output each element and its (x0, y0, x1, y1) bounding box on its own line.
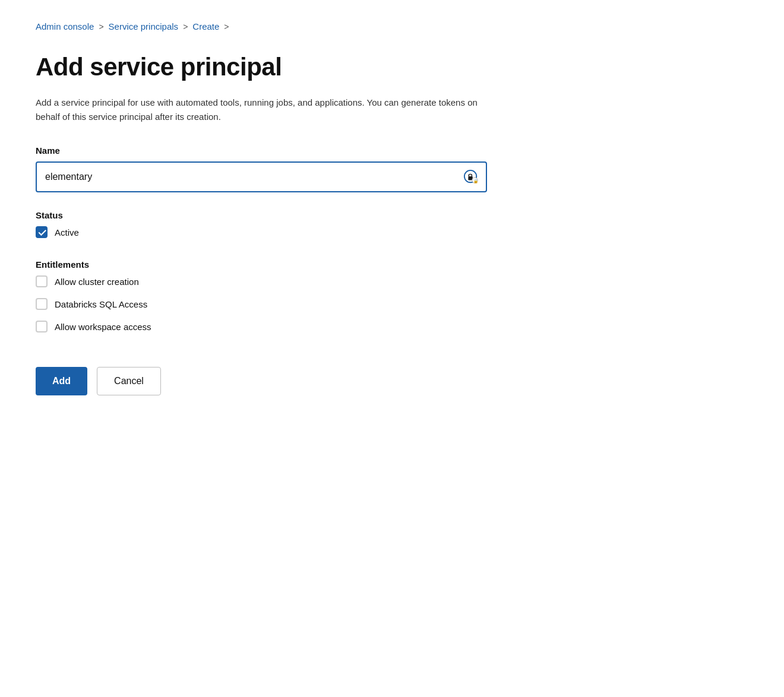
breadcrumb-separator-3: > (224, 22, 229, 31)
cancel-button[interactable]: Cancel (97, 367, 161, 395)
breadcrumb-separator-1: > (99, 22, 103, 31)
status-checkbox[interactable] (36, 226, 48, 238)
breadcrumb-service-principals[interactable]: Service principals (109, 21, 179, 31)
entitlement-checkbox-2[interactable] (36, 321, 48, 332)
breadcrumb-separator-2: > (183, 22, 188, 31)
breadcrumb-create[interactable]: Create (192, 21, 219, 31)
entitlement-row-0: Allow cluster creation (36, 275, 677, 287)
status-section: Status Active (36, 210, 677, 238)
page-description: Add a service principal for use with aut… (36, 96, 499, 124)
name-input[interactable] (36, 161, 487, 192)
entitlement-label-0: Allow cluster creation (55, 277, 139, 287)
status-label: Status (36, 210, 677, 220)
entitlement-row-2: Allow workspace access (36, 321, 677, 332)
page-title: Add service principal (36, 53, 677, 81)
status-checkbox-row: Active (36, 226, 677, 238)
entitlements-label: Entitlements (36, 259, 677, 270)
button-row: Add Cancel (36, 367, 677, 395)
entitlement-label-2: Allow workspace access (55, 322, 151, 332)
name-label: Name (36, 145, 677, 156)
entitlement-label-1: Databricks SQL Access (55, 299, 147, 309)
entitlement-checkbox-1[interactable] (36, 298, 48, 310)
status-checkbox-label: Active (55, 227, 79, 237)
entitlements-list: Allow cluster creation Databricks SQL Ac… (36, 275, 677, 338)
breadcrumb-admin-console[interactable]: Admin console (36, 21, 94, 31)
name-field-section: Name 🔒 (36, 145, 677, 192)
breadcrumb: Admin console > Service principals > Cre… (36, 21, 677, 31)
entitlement-checkbox-0[interactable] (36, 275, 48, 287)
add-button[interactable]: Add (36, 367, 87, 395)
entitlements-section: Entitlements Allow cluster creation Data… (36, 259, 677, 338)
entitlement-row-1: Databricks SQL Access (36, 298, 677, 310)
name-input-wrapper: 🔒 (36, 161, 487, 192)
